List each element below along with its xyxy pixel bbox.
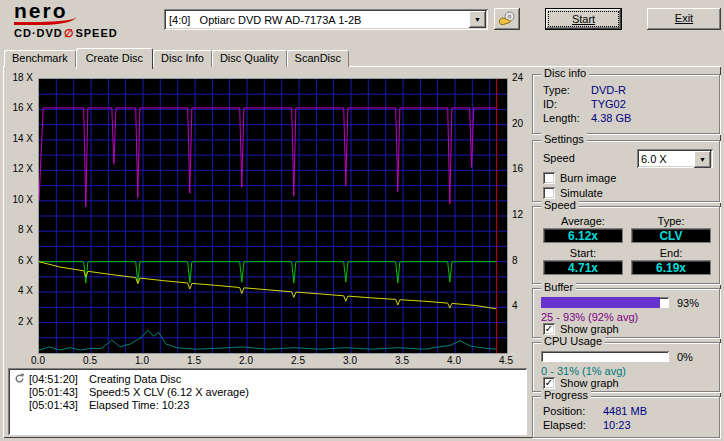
disc-info-title: Disc info [541, 67, 589, 80]
settings-group: Settings Speed 6.0 X ▼ ✓ Burn image ✓ Si… [532, 140, 720, 202]
log-text: Creating Data Disc [89, 373, 181, 385]
axis-tick-label: 2 X [18, 317, 33, 327]
refresh-arrow-icon [14, 373, 25, 384]
drive-select[interactable]: [4:0] Optiarc DVD RW AD-7173A 1-2B ▼ [164, 9, 488, 30]
axis-tick-label: 4.5 [496, 355, 516, 366]
x-axis-ticks: 0.00.51.01.52.02.53.03.54.04.5 [38, 355, 506, 367]
simulate-checkbox[interactable]: ✓ [543, 187, 555, 199]
elapsed-label: Elapsed: [543, 419, 603, 431]
tab-create-disc[interactable]: Create Disc [76, 48, 153, 69]
log-line: [05:01:43] Speed:5 X CLV (6.12 X average… [14, 385, 521, 398]
logo-sub-left: CD·DVD [14, 27, 63, 39]
log-time: [05:01:43] [29, 386, 89, 398]
logo-sub-right: SPEED [75, 27, 117, 39]
axis-tick-label: 6 X [18, 256, 33, 266]
status-log[interactable]: [04:51:20] Creating Data Disc [05:01:43]… [8, 368, 527, 435]
axis-tick-label: 8 X [18, 225, 33, 235]
drive-select-value: [4:0] Optiarc DVD RW AD-7173A 1-2B [164, 14, 488, 26]
axis-tick-label: 1.0 [132, 355, 152, 366]
nero-logo-text: nero [14, 1, 144, 21]
y-axis-right: 2420161284 [509, 78, 531, 352]
axis-tick-label: 16 [512, 164, 523, 174]
disc-id-row: ID: TYG02 [543, 98, 626, 110]
start-speed-display: 4.71x [543, 260, 623, 275]
position-row: Position: 4481 MB [543, 405, 647, 417]
tab-disc-info[interactable]: Disc Info [153, 50, 212, 67]
tab-scandisc[interactable]: ScanDisc [287, 50, 349, 67]
disc-type-label: Type: [543, 84, 591, 96]
exit-button[interactable]: Exit [647, 8, 721, 30]
burn-image-checkbox[interactable]: ✓ [543, 172, 555, 184]
log-time: [04:51:20] [29, 373, 89, 385]
log-time: [05:01:43] [29, 399, 89, 411]
series-cpu-usage [39, 330, 497, 350]
cpu-usage-title: CPU Usage [541, 335, 605, 348]
axis-tick-label: 2.5 [288, 355, 308, 366]
end-speed-label: End: [631, 247, 711, 259]
buffer-percent: 93% [677, 297, 699, 309]
axis-tick-label: 12 X [12, 164, 33, 174]
elapsed-row: Elapsed: 10:23 [543, 419, 631, 431]
series-write-speed [39, 262, 497, 283]
disc-icon: ∅ [63, 27, 76, 39]
nero-cd-dvd-speed-window: nero CD·DVD∅SPEED [4:0] Optiarc DVD RW A… [0, 0, 724, 441]
axis-tick-label: 16 X [12, 103, 33, 113]
start-button-label: Start [572, 13, 595, 25]
exit-button-label: Exit [675, 12, 693, 24]
axis-tick-label: 4 [512, 301, 518, 311]
log-line: [04:51:20] Creating Data Disc [14, 372, 521, 385]
axis-tick-label: 2.0 [236, 355, 256, 366]
axis-tick-label: 8 [512, 256, 518, 266]
cpu-meter [541, 351, 669, 362]
chevron-down-icon[interactable]: ▼ [469, 11, 486, 28]
check-icon: ✓ [545, 377, 553, 388]
simulate-label: Simulate [560, 187, 603, 199]
drive-tool-button[interactable] [494, 8, 520, 30]
disc-info-group: Disc info Type: DVD-R ID: TYG02 Length: … [532, 74, 720, 134]
disc-type-value: DVD-R [591, 84, 626, 96]
series-buffer-level [39, 108, 497, 207]
tab-benchmark[interactable]: Benchmark [4, 50, 76, 67]
buffer-show-graph-label: Show graph [560, 323, 619, 335]
axis-tick-label: 4 X [18, 286, 33, 296]
type-label: Type: [631, 215, 711, 227]
buffer-meter [541, 297, 669, 308]
tab-disc-quality[interactable]: Disc Quality [212, 50, 287, 67]
log-entry-icon-slot [14, 373, 29, 384]
axis-tick-label: 20 [512, 119, 523, 129]
cpu-show-graph-label: Show graph [560, 377, 619, 389]
buffer-show-graph-row: ✓ Show graph [543, 323, 619, 335]
buffer-show-graph-checkbox[interactable]: ✓ [543, 323, 555, 335]
axis-tick-label: 14 X [12, 134, 33, 144]
position-label: Position: [543, 405, 603, 417]
chevron-glyph: ▼ [699, 156, 706, 163]
speed-group: Speed Average: Type: 6.12x CLV Start: En… [532, 206, 720, 284]
log-line: [05:01:43] Elapsed Time: 10:23 [14, 398, 521, 411]
disc-length-label: Length: [543, 112, 591, 124]
settings-title: Settings [541, 133, 587, 146]
speed-title: Speed [541, 199, 579, 212]
simulate-checkbox-row: ✓ Simulate [543, 187, 603, 199]
burn-image-label: Burn image [560, 172, 616, 184]
chart-canvas [39, 79, 507, 353]
series-speed-trend [39, 262, 497, 309]
log-text: Speed:5 X CLV (6.12 X average) [89, 386, 249, 398]
speed-type-display: CLV [631, 228, 711, 243]
cpu-show-graph-checkbox[interactable]: ✓ [543, 377, 555, 389]
disc-id-label: ID: [543, 98, 591, 110]
buffer-title: Buffer [541, 281, 576, 294]
write-speed-chart [38, 78, 508, 354]
buffer-range-text: 25 - 93% (92% avg) [541, 311, 638, 323]
speed-select[interactable]: 6.0 X ▼ [637, 149, 713, 168]
speed-select-label: Speed [543, 152, 575, 164]
average-speed-display: 6.12x [543, 228, 623, 243]
cpu-show-graph-row: ✓ Show graph [543, 377, 619, 389]
chevron-glyph: ▼ [474, 16, 481, 23]
check-icon: ✓ [545, 323, 553, 334]
speed-chevron-down-icon[interactable]: ▼ [694, 151, 711, 168]
axis-tick-label: 1.5 [184, 355, 204, 366]
start-button[interactable]: Start [545, 8, 622, 30]
buffer-meter-fill [541, 297, 660, 308]
average-label: Average: [543, 215, 623, 227]
start-speed-label: Start: [543, 247, 623, 259]
